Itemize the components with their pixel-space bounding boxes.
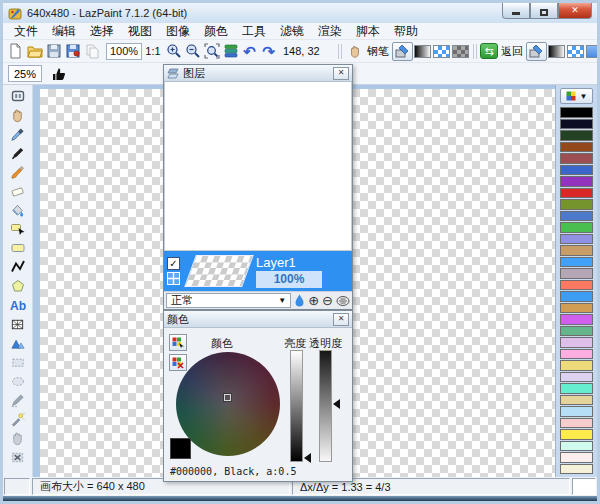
menu-item-渲染[interactable]: 渲染	[311, 22, 349, 41]
lightness-slider-handle[interactable]	[304, 453, 311, 463]
color-panel-close-button[interactable]: ✕	[333, 313, 349, 326]
tolerance-display[interactable]: 25%	[8, 65, 42, 82]
eraser-tool[interactable]	[6, 182, 30, 200]
palette-swatch[interactable]	[560, 314, 593, 325]
close-button[interactable]: ✕	[558, 3, 592, 19]
palette-swatch[interactable]	[560, 441, 593, 452]
palette-swatch[interactable]	[560, 291, 593, 302]
layer-row[interactable]: ✓ Layer1 100%	[164, 251, 352, 291]
palette-swatch[interactable]	[560, 165, 593, 176]
palette-swatch[interactable]	[560, 142, 593, 153]
layer-thumbnail[interactable]	[184, 255, 254, 287]
brush-tool[interactable]	[6, 163, 30, 181]
palette-swatch[interactable]	[560, 188, 593, 199]
palette-swatch[interactable]	[560, 222, 593, 233]
open-button[interactable]	[25, 41, 44, 61]
rectangle-tool[interactable]	[6, 239, 30, 257]
menu-item-文件[interactable]: 文件	[7, 22, 45, 41]
lightness-slider[interactable]	[290, 350, 303, 462]
deformation-grid-tool[interactable]	[6, 315, 30, 333]
layer-visibility-checkbox[interactable]: ✓	[167, 257, 180, 270]
palette-swatch[interactable]	[560, 326, 593, 337]
opacity-slider-handle[interactable]	[333, 399, 340, 409]
zoom-display[interactable]: 100%	[106, 43, 142, 60]
opacity-slider[interactable]	[319, 350, 332, 462]
palette-swatch[interactable]	[560, 107, 593, 118]
blend-mode-select[interactable]: 正常 ▼	[166, 293, 291, 308]
palette-swatch[interactable]	[560, 280, 593, 291]
palette-swatch[interactable]	[560, 337, 593, 348]
palette-swatch[interactable]	[560, 372, 593, 383]
palette-swatch[interactable]	[560, 464, 593, 475]
pen-gradient-button[interactable]	[414, 45, 431, 58]
add-to-palette-button[interactable]	[169, 334, 187, 351]
layers-panel-titlebar[interactable]: 图层 ✕	[164, 65, 352, 82]
palette-swatch[interactable]	[560, 406, 593, 417]
color-picker-tool[interactable]	[6, 125, 30, 143]
thumbs-up-icon[interactable]	[46, 64, 72, 84]
current-color-swatch[interactable]	[170, 438, 191, 459]
pen-current-swatch[interactable]	[452, 45, 469, 58]
palette-swatch[interactable]	[560, 395, 593, 406]
zoom-in-button[interactable]	[164, 41, 183, 61]
menu-item-编辑[interactable]: 编辑	[45, 22, 83, 41]
palette-menu-button[interactable]: ▼	[560, 88, 593, 104]
layer-stack-button[interactable]	[221, 41, 240, 61]
swap-colors-button[interactable]: ⇆	[480, 43, 498, 59]
maximize-button[interactable]	[530, 3, 558, 19]
edit-shape-tool[interactable]	[6, 220, 30, 238]
select-rectangle-tool[interactable]	[6, 353, 30, 371]
palette-swatch[interactable]	[560, 234, 593, 245]
text-tool[interactable]: Ab	[6, 296, 30, 314]
menu-item-脚本[interactable]: 脚本	[349, 22, 387, 41]
pen-tool[interactable]	[6, 144, 30, 162]
menu-item-滤镜[interactable]: 滤镜	[273, 22, 311, 41]
palette-swatch[interactable]	[560, 303, 593, 314]
erase-selection-tool[interactable]	[6, 448, 30, 466]
palette-swatch[interactable]	[560, 176, 593, 187]
color-wheel-selector[interactable]	[224, 394, 231, 401]
palette-swatch[interactable]	[560, 119, 593, 130]
palette-swatch[interactable]	[560, 452, 593, 463]
opacity-droplet-icon[interactable]	[294, 294, 305, 307]
merge-layer-button[interactable]	[336, 295, 350, 307]
redo-button[interactable]: ↷	[259, 41, 278, 61]
palette-swatch[interactable]	[560, 153, 593, 164]
back-color-button[interactable]	[526, 42, 547, 61]
palette-swatch[interactable]	[560, 199, 593, 210]
back-gradient-button[interactable]	[548, 45, 565, 58]
palette-swatch[interactable]	[560, 211, 593, 222]
move-selection-tool[interactable]	[6, 429, 30, 447]
back-current-swatch[interactable]	[586, 45, 600, 58]
menu-item-视图[interactable]: 视图	[121, 22, 159, 41]
polyline-tool[interactable]	[6, 258, 30, 276]
color-wheel[interactable]	[176, 352, 280, 456]
menu-item-选择[interactable]: 选择	[83, 22, 121, 41]
palette-swatch[interactable]	[560, 383, 593, 394]
layer-grid-icon[interactable]	[167, 272, 180, 285]
palette-swatch[interactable]	[560, 429, 593, 440]
layers-panel-close-button[interactable]: ✕	[333, 67, 349, 80]
undo-button[interactable]: ↶	[240, 41, 259, 61]
zoom-fit-button[interactable]	[202, 41, 221, 61]
palette-swatch[interactable]	[560, 349, 593, 360]
gradient-tool[interactable]	[6, 334, 30, 352]
menu-item-工具[interactable]: 工具	[235, 22, 273, 41]
palette-swatch[interactable]	[560, 257, 593, 268]
palette-swatch[interactable]	[560, 268, 593, 279]
select-ellipse-tool[interactable]	[6, 372, 30, 390]
menu-item-图像[interactable]: 图像	[159, 22, 197, 41]
palette-swatch[interactable]	[560, 418, 593, 429]
menu-item-颜色[interactable]: 颜色	[197, 22, 235, 41]
remove-from-palette-button[interactable]	[169, 354, 187, 371]
hand-tool[interactable]	[6, 106, 30, 124]
minimize-button[interactable]	[502, 3, 530, 19]
new-file-button[interactable]	[6, 41, 25, 61]
zoom-out-layers-button[interactable]: ⊖	[322, 294, 333, 307]
move-canvas-tool[interactable]	[6, 87, 30, 105]
copy-button[interactable]	[82, 41, 101, 61]
selection-pen-tool[interactable]	[6, 391, 30, 409]
menu-item-帮助[interactable]: 帮助	[387, 22, 425, 41]
palette-swatch[interactable]	[560, 245, 593, 256]
layer-opacity-value[interactable]: 100%	[256, 271, 322, 288]
